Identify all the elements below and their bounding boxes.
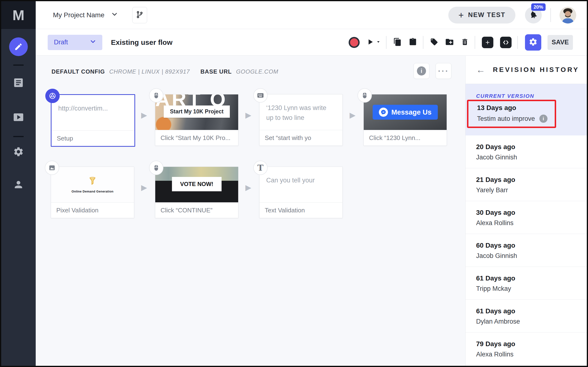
revision-author: Jacob Ginnish xyxy=(476,252,587,260)
step-caption: Setup xyxy=(51,130,134,146)
add-step-button[interactable] xyxy=(482,37,493,48)
header-divider xyxy=(550,8,551,22)
sidebar-item-editor[interactable] xyxy=(9,37,28,56)
funnel-icon xyxy=(87,176,98,187)
save-button[interactable]: SAVE xyxy=(547,35,573,50)
copy-icon xyxy=(393,38,402,47)
default-config-value: CHROME | LINUX | 892X917 xyxy=(109,68,190,75)
revision-entry[interactable]: 61 Days ago Dylan Ambrose xyxy=(466,300,587,333)
paste-button[interactable] xyxy=(408,38,417,47)
sidebar-item-profile[interactable] xyxy=(13,179,24,191)
app-window: M My xyxy=(0,0,588,367)
delete-button[interactable] xyxy=(461,38,469,47)
message-us-button: Message Us xyxy=(373,105,438,120)
video-play-icon xyxy=(13,111,24,124)
back-button[interactable]: ← xyxy=(476,65,485,74)
step-card-set-text[interactable]: ‘1230 Lynn was write up to two line Set … xyxy=(259,94,343,146)
bell-icon xyxy=(529,10,538,20)
revision-entry[interactable]: 61 Days ago Tripp Mckay xyxy=(466,267,587,300)
step-caption: Set “start with yo xyxy=(260,130,343,145)
chrome-icon xyxy=(45,89,60,103)
toolbar-divider xyxy=(423,36,423,49)
pencil-icon xyxy=(9,37,28,56)
revision-entry[interactable]: 30 Days ago Alexa Rollins xyxy=(466,201,587,234)
code-icon xyxy=(500,37,512,48)
step-card-text-validation[interactable]: T Can you tell your Text Validation xyxy=(259,167,343,218)
branch-button[interactable] xyxy=(132,7,147,23)
sidebar-item-runs[interactable] xyxy=(13,111,24,124)
flow-arrow-icon: ▶ xyxy=(141,110,147,120)
step-card-setup[interactable]: http://convertim... Setup xyxy=(51,94,135,147)
step-card-click[interactable]: ART O Start My 10K Project Click “Start … xyxy=(155,94,238,146)
tag-icon xyxy=(430,38,438,47)
step-caption: Pixel Validation xyxy=(51,202,134,218)
annotation-highlight: 13 Days ago Testim auto improve i xyxy=(467,100,556,128)
config-info-button[interactable]: i xyxy=(414,63,429,79)
duplicate-button[interactable] xyxy=(393,38,402,47)
sidebar-divider xyxy=(13,136,24,137)
mouse-icon xyxy=(149,161,163,175)
step-card-click[interactable]: VOTE NOW! Click “CONTINUE” xyxy=(155,167,238,218)
vote-now-button: VOTE NOW! xyxy=(172,177,222,191)
step-text-value: Can you tell your xyxy=(260,167,343,185)
step-caption: Text Validation xyxy=(260,202,343,218)
step-caption: Click “CONTINUE” xyxy=(155,202,238,218)
revision-author: Dylan Ambrose xyxy=(476,318,587,325)
keyboard-icon xyxy=(253,88,268,103)
chevron-down-icon xyxy=(111,11,118,19)
revision-author: Alexa Rollins xyxy=(476,351,587,358)
plus-square-icon xyxy=(482,37,493,48)
step-card-pixel-validation[interactable]: Online Demand Generation Pixel Validatio… xyxy=(51,167,134,218)
revision-time: 61 Days ago xyxy=(476,307,587,315)
sidebar-item-settings[interactable] xyxy=(13,146,24,158)
revision-entry[interactable]: 60 Days ago Jacob Ginnish xyxy=(466,234,587,267)
top-header: My Project Name + NEW TEST xyxy=(36,1,587,29)
text-icon: T xyxy=(253,161,268,175)
revision-author: Alexa Rollins xyxy=(476,219,587,227)
add-to-folder-button[interactable] xyxy=(445,37,454,47)
toolbar-divider xyxy=(475,36,475,49)
sidebar-item-test-list[interactable] xyxy=(13,77,24,89)
revision-time: 20 Days ago xyxy=(476,143,587,151)
gear-icon xyxy=(13,146,24,158)
step-screenshot: Online Demand Generation xyxy=(51,167,134,202)
flow-arrow-icon: ▶ xyxy=(245,183,251,192)
new-test-button[interactable]: + NEW TEST xyxy=(448,7,515,24)
config-more-button[interactable]: ··· xyxy=(436,63,451,79)
image-icon xyxy=(45,161,59,175)
revision-author: Yarely Barr xyxy=(476,186,587,194)
project-selector[interactable]: My Project Name xyxy=(51,10,119,19)
clipboard-icon xyxy=(408,38,417,47)
trash-icon xyxy=(461,38,469,47)
revision-history-panel: ← REVISION HISTORY CURRENT VERSION 13 Da… xyxy=(465,56,587,366)
revision-entry[interactable]: 79 Days ago Alexa Rollins xyxy=(466,333,587,365)
code-button[interactable] xyxy=(500,37,512,48)
run-button[interactable] xyxy=(366,38,380,47)
info-icon[interactable]: i xyxy=(539,115,547,123)
revision-author: Jacob Ginnish xyxy=(476,154,587,161)
revision-entry[interactable]: 20 Days ago Jacob Ginnish xyxy=(466,135,587,168)
record-button[interactable] xyxy=(349,37,360,48)
test-toolbar: Draft Existing user flow xyxy=(36,29,587,56)
more-icon: ··· xyxy=(438,68,449,73)
test-settings-button[interactable] xyxy=(525,34,541,50)
avatar[interactable] xyxy=(559,7,576,24)
step-text-value: ‘1230 Lynn was write up to two line xyxy=(260,94,340,123)
avatar-photo xyxy=(559,7,576,24)
status-dropdown[interactable]: Draft xyxy=(48,35,102,50)
base-url-label: BASE URL xyxy=(200,68,232,75)
label-button[interactable] xyxy=(430,38,438,47)
git-branch-icon xyxy=(136,10,144,19)
document-list-icon xyxy=(13,77,24,89)
current-version-section: CURRENT VERSION 13 Days ago Testim auto … xyxy=(466,84,587,135)
revision-entry[interactable]: 21 Days ago Yarely Barr xyxy=(466,168,587,201)
revision-time: 13 Days ago xyxy=(477,104,555,112)
chevron-down-icon xyxy=(90,38,96,46)
flow-arrow-icon: ▶ xyxy=(350,110,356,120)
revision-time: 30 Days ago xyxy=(476,209,587,217)
step-card-click[interactable]: Message Us Click “1230 Lynn... xyxy=(363,94,447,146)
new-test-label: NEW TEST xyxy=(468,11,506,19)
toolbar-divider xyxy=(386,36,386,49)
testim-logo[interactable]: M xyxy=(1,1,36,29)
message-us-label: Message Us xyxy=(391,108,432,116)
